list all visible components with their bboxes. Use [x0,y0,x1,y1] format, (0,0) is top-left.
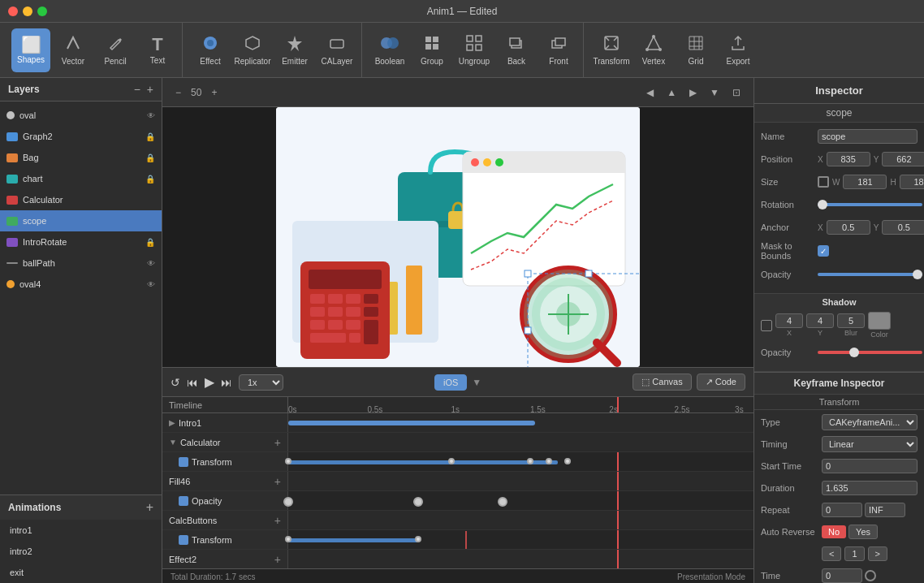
shadow-opacity-slider[interactable] [818,351,922,354]
canvas-button[interactable]: ⬚ Canvas [633,374,691,391]
calayer-button[interactable]: CALayer [317,28,356,72]
kf-starttime-input[interactable] [822,459,918,473]
anchor-y-input[interactable] [882,220,924,235]
transform2-kf-1[interactable] [285,536,291,542]
nav-left-button[interactable]: ◀ [641,85,658,100]
vertex-button[interactable]: Vertex [634,28,673,72]
shapes-button[interactable]: ⬜ Shapes [11,28,50,72]
opacity-slider[interactable] [818,273,922,276]
ballpath-visibility-icon[interactable]: 👁 [147,259,155,268]
group-button[interactable]: Group [412,28,451,72]
rewind-button[interactable]: ⏮ [187,376,198,389]
transform1-track[interactable] [288,452,753,471]
grid-button[interactable]: Grid [676,28,715,72]
play-button[interactable]: ▶ [205,374,214,390]
code-button[interactable]: ↗ Code [697,374,745,391]
auto-reverse-no-button[interactable]: No [822,525,846,538]
minimize-button[interactable] [23,6,32,16]
oval-visibility-icon[interactable]: 👁 [147,111,155,120]
kf-time-toggle[interactable] [865,570,876,581]
size-lock-icon[interactable] [818,176,829,188]
calcbuttons-track[interactable] [288,511,753,529]
oval4-visibility-icon[interactable]: 👁 [147,280,155,289]
opacity-kf-1[interactable] [283,497,293,507]
tl-row-calcbuttons[interactable]: CalcButtons + [162,511,753,530]
vector-button[interactable]: Vector [54,28,93,72]
layer-item-graph2[interactable]: Graph2 🔒 [0,126,162,147]
shadow-blur-input[interactable] [837,313,865,328]
layer-item-bag[interactable]: Bag 🔒 [0,147,162,168]
tl-row-calculator[interactable]: ▼ Calculator + [162,433,753,452]
animations-add-button[interactable]: + [146,500,153,515]
layer-item-oval4[interactable]: oval4 👁 [0,274,162,295]
size-h-input[interactable] [900,175,924,189]
nav-up-button[interactable]: ▲ [662,85,681,100]
emitter-button[interactable]: Emitter [275,28,314,72]
zoom-in-button[interactable]: + [206,85,222,100]
kf-dot-5[interactable] [564,458,571,464]
intro1-expand-icon[interactable]: ▶ [169,418,175,427]
ungroup-button[interactable]: Ungroup [455,28,494,72]
ios-button[interactable]: iOS [434,374,467,391]
kf-repeat-input[interactable] [822,503,862,517]
nav-down-button[interactable]: ▼ [705,85,724,100]
layers-plus-button[interactable]: + [147,83,153,96]
tl-row-opacity[interactable]: Opacity [162,491,753,511]
nav-fit-button[interactable]: ⊡ [728,85,745,100]
pencil-button[interactable]: Pencil [96,28,135,72]
replicator-button[interactable]: Replicator [233,28,272,72]
name-input[interactable] [818,129,918,144]
kf-dot-1[interactable] [285,458,291,464]
kf-timing-select[interactable]: Linear EaseIn EaseOut [822,436,918,452]
layer-item-ballpath[interactable]: ballPath 👁 [0,253,162,274]
kf-dot-2[interactable] [448,458,455,464]
anim-item-exit[interactable]: exit [0,562,162,583]
boolean-button[interactable]: Boolean [370,28,409,72]
effect2-track[interactable] [288,550,753,568]
calculator-add-button[interactable]: + [274,436,281,449]
opacity-track[interactable] [288,491,753,510]
transform2-kf-2[interactable] [415,536,421,542]
fill46-add-button[interactable]: + [274,475,281,488]
shadow-color-swatch[interactable] [868,312,891,330]
layer-item-calculator[interactable]: Calculator [0,189,162,210]
close-button[interactable] [8,6,18,16]
layer-item-oval[interactable]: oval 👁 [0,105,162,126]
anim-item-intro1[interactable]: intro1 [0,520,162,541]
maximize-button[interactable] [37,6,47,16]
shadow-y-input[interactable] [806,313,834,328]
opacity-kf-3[interactable] [498,497,507,507]
layer-item-chart[interactable]: chart 🔒 [0,168,162,189]
calculator-track[interactable] [288,433,753,451]
tl-row-fill46[interactable]: Fill46 + [162,472,753,491]
position-x-input[interactable] [827,152,870,166]
kf-time-input[interactable] [822,568,862,583]
kf-dot-4[interactable] [546,458,552,464]
kf-next-button[interactable]: > [868,546,887,561]
calc-expand-icon[interactable]: ▼ [169,438,177,447]
kf-type-select[interactable]: CAKeyframeAni... [822,414,918,430]
shadow-x-input[interactable] [775,313,803,328]
effect2-add-button[interactable]: + [274,553,281,566]
fast-forward-button[interactable]: ⏭ [221,376,232,389]
anim-item-intro2[interactable]: intro2 [0,541,162,562]
layers-minus-button[interactable]: − [134,83,140,96]
kf-prev-button[interactable]: < [822,546,841,561]
opacity-checkbox[interactable] [179,496,188,506]
kf-dot-3[interactable] [527,458,533,464]
canvas-viewport[interactable] [162,107,753,367]
anchor-x-input[interactable] [827,220,870,235]
tl-row-transform1[interactable]: Transform [162,452,753,472]
transform2-track[interactable] [288,530,753,549]
loop-button[interactable]: ↺ [171,376,180,389]
layer-item-scope[interactable]: scope [0,210,162,231]
transform2-checkbox[interactable] [179,535,188,545]
position-y-input[interactable] [882,152,924,166]
back-button[interactable]: Back [497,28,536,72]
calcbuttons-add-button[interactable]: + [274,514,281,527]
timeline-ruler[interactable]: 0s 0.5s 1s 1.5s 2s 2.5s 3s [288,397,753,412]
front-button[interactable]: Front [539,28,578,72]
layer-item-introrotate[interactable]: IntroRotate 🔒 [0,231,162,253]
nav-right-button[interactable]: ▶ [684,85,702,100]
kf-duration-input[interactable] [822,481,918,495]
